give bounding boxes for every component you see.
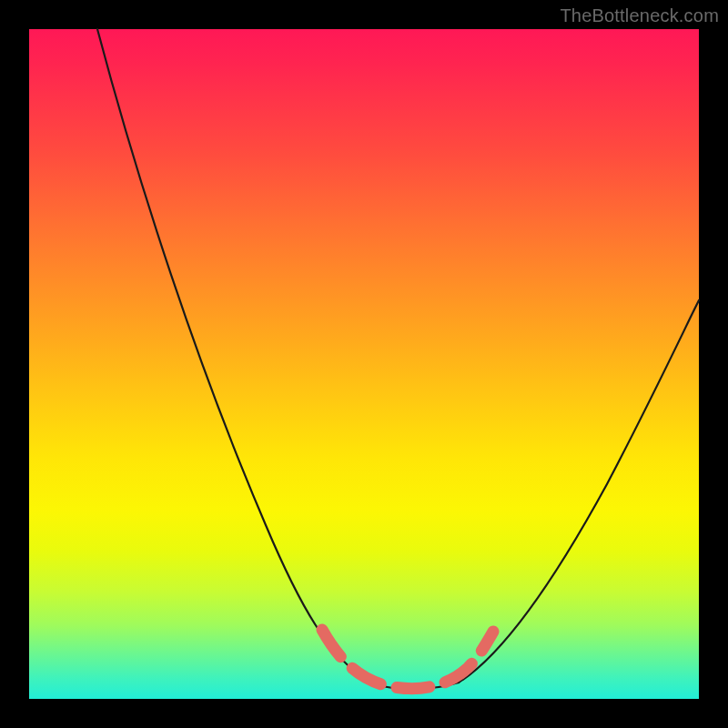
- plot-area: [29, 29, 699, 699]
- curve-svg: [29, 29, 699, 699]
- curve-right-branch: [459, 300, 699, 682]
- optimal-range-marker: [322, 630, 493, 689]
- curve-left-branch: [97, 29, 368, 681]
- watermark-text: TheBottleneck.com: [560, 5, 719, 26]
- chart-frame: TheBottleneck.com: [0, 0, 728, 728]
